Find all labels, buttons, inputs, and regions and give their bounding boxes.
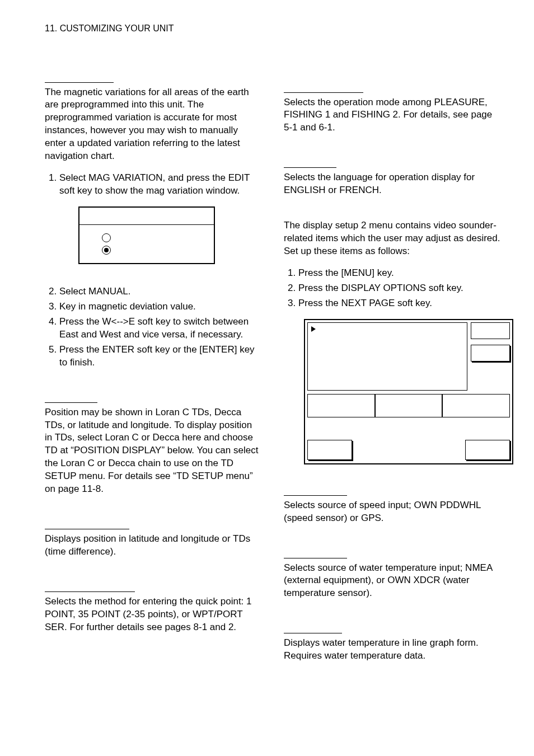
temp-source-paragraph: Selects source of water temperature inpu… — [284, 562, 500, 600]
diagram-mid-cell-3 — [442, 394, 510, 417]
position-display-paragraph: Displays position in latitude and longit… — [45, 533, 261, 558]
ds2-step-2: Press the DISPLAY OPTIONS soft key. — [298, 282, 500, 295]
display-options-diagram — [304, 319, 513, 464]
heading-mag-variation — [45, 68, 114, 83]
mag-variation-paragraph: The magnetic variations for all areas of… — [45, 86, 261, 163]
diagram-softkey-2 — [471, 345, 510, 361]
heading-temp-source — [284, 544, 347, 558]
diagram-bottom-right — [465, 440, 510, 460]
diagram-bottom-left — [307, 440, 352, 460]
diagram-header-bar — [79, 208, 214, 225]
diagram-list-panel — [307, 322, 467, 391]
right-column: Selects the operation mode among PLEASUR… — [284, 68, 500, 672]
display-setup2-intro: The display setup 2 menu contains video … — [284, 219, 500, 258]
list-cursor-icon — [311, 326, 316, 332]
speed-source-paragraph: Selects source of speed input; OWN PDDWH… — [284, 499, 500, 525]
heading-operation-mode — [284, 78, 363, 93]
left-column: The magnetic variations for all areas of… — [45, 68, 261, 672]
mag-step-5: Press the ENTER soft key or the [ENTER] … — [59, 344, 261, 369]
radio-manual-icon — [102, 246, 111, 255]
mag-step-2: Select MANUAL. — [59, 285, 261, 298]
mag-step-3: Key in magnetic deviation value. — [59, 300, 261, 313]
language-paragraph: Selects the language for operation displ… — [284, 171, 500, 197]
mag-step-1: Select MAG VARIATION, and press the EDIT… — [59, 172, 261, 198]
radio-auto-icon — [102, 233, 111, 242]
heading-language — [284, 153, 336, 168]
heading-speed-source — [284, 481, 347, 496]
ds2-step-3: Press the NEXT PAGE soft key. — [298, 297, 500, 310]
temp-graph-paragraph: Displays water temperature in line graph… — [284, 637, 500, 663]
heading-position-display — [45, 515, 129, 529]
mag-variation-steps: Select MAG VARIATION, and press the EDIT… — [45, 172, 261, 198]
diagram-softkey-1 — [471, 322, 510, 339]
diagram-mid-cell-1 — [307, 394, 376, 417]
td-display-paragraph: Position may be shown in Loran C TDs, De… — [45, 406, 261, 496]
display-setup2-steps: Press the [MENU] key. Press the DISPLAY … — [284, 267, 500, 310]
heading-temp-graph — [284, 619, 342, 633]
heading-td-display — [45, 388, 97, 403]
heading-set-goto — [45, 577, 135, 592]
mag-variation-steps-cont: Select MANUAL. Key in magnetic deviation… — [45, 285, 261, 369]
operation-mode-paragraph: Selects the operation mode among PLEASUR… — [284, 96, 500, 135]
mag-variation-window-diagram — [78, 206, 215, 264]
set-goto-paragraph: Selects the method for entering the quic… — [45, 595, 261, 634]
ds2-step-1: Press the [MENU] key. — [298, 267, 500, 280]
page-header: 11. CUSTOMIZING YOUR UNIT — [45, 22, 500, 35]
mag-step-4: Press the W<-->E soft key to switch betw… — [59, 316, 261, 341]
diagram-mid-cell-2 — [374, 394, 443, 417]
